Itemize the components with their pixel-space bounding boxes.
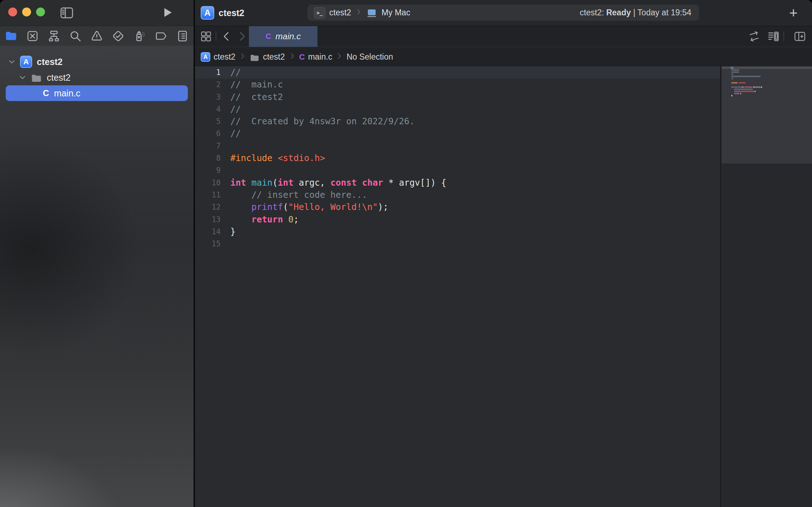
- line-number: 2: [195, 79, 221, 91]
- code-line-2[interactable]: 2// main.c: [195, 79, 720, 91]
- minimize-button[interactable]: [22, 7, 31, 16]
- xcode-project-icon: A: [20, 56, 32, 68]
- project-tree: Actest2ctest2Cmain.c: [0, 46, 194, 101]
- code-line-5[interactable]: 5// Created by 4nsw3r on 2022/9/26.: [195, 115, 720, 127]
- scheme-selector[interactable]: >_ ctest2 My Mac: [314, 5, 410, 21]
- tree-row-ctest2[interactable]: Actest2: [0, 54, 194, 70]
- code-text: // insert code here...: [221, 190, 367, 200]
- split-editor-icon[interactable]: [793, 30, 806, 43]
- line-number: 15: [195, 238, 221, 250]
- minimap-code-bar: [753, 86, 755, 88]
- line-number: 8: [195, 152, 221, 164]
- navigator-tab-project-icon[interactable]: [5, 30, 17, 42]
- code-line-12[interactable]: 12 printf("Hello, World!\n");: [195, 201, 720, 213]
- back-button-icon[interactable]: [221, 30, 233, 42]
- sidebar-divider[interactable]: [194, 0, 195, 507]
- code-line-7[interactable]: 7: [195, 140, 720, 152]
- breadcrumb-separator-icon: [336, 52, 343, 62]
- navigator-tab-symbol-icon[interactable]: [47, 30, 60, 42]
- sidebar-toggle-icon[interactable]: [59, 5, 74, 20]
- line-number: 12: [195, 201, 221, 213]
- navigator-tab-debug-icon[interactable]: [133, 30, 146, 42]
- minimap-code-bar: [731, 82, 738, 84]
- scheme-destination[interactable]: My Mac: [381, 8, 410, 17]
- minimap-current-line-band: [722, 66, 812, 69]
- code-line-8[interactable]: 8#include <stdio.h>: [195, 152, 720, 164]
- breadcrumb-item-no-selection[interactable]: No Selection: [346, 52, 393, 62]
- minimap-code-bar: [738, 86, 741, 88]
- code-line-14[interactable]: 14}: [195, 226, 720, 238]
- minimap-code-bar: [731, 86, 734, 88]
- code-line-3[interactable]: 3// ctest2: [195, 91, 720, 103]
- forward-button-icon[interactable]: [236, 30, 248, 42]
- line-number: 3: [195, 91, 221, 103]
- code-line-13[interactable]: 13 return 0;: [195, 214, 720, 226]
- disclosure-chevron-icon[interactable]: [18, 73, 27, 82]
- tab-overview-icon[interactable]: [200, 30, 212, 42]
- target-icon: >_: [314, 7, 325, 19]
- line-number: 11: [195, 189, 221, 201]
- tab-main-c[interactable]: C main.c: [249, 26, 317, 47]
- code-text: int main(int argc, const char * argv[]) …: [221, 177, 446, 188]
- chevron-separator-icon: [355, 8, 362, 17]
- folder-icon: [250, 53, 260, 61]
- code-review-icon[interactable]: [748, 30, 761, 43]
- breadcrumb-item-ctest2[interactable]: Actest2: [201, 52, 235, 62]
- status-suffix: | Today at 19:54: [631, 8, 691, 17]
- code-line-11[interactable]: 11 // insert code here...: [195, 189, 720, 201]
- minimap-code-bar: [745, 86, 753, 88]
- line-number: 14: [195, 226, 221, 238]
- tree-item-label: main.c: [54, 88, 80, 99]
- minimap-code-bar: [734, 91, 740, 92]
- minimap-code-bar: [755, 91, 756, 92]
- minimap-code-bar: [731, 78, 733, 79]
- navigator-tab-issue-icon[interactable]: [90, 30, 103, 42]
- disclosure-chevron-icon[interactable]: [7, 57, 16, 66]
- code-text: printf("Hello, World!\n");: [221, 202, 389, 212]
- run-button[interactable]: [161, 6, 174, 19]
- code-line-10[interactable]: 10int main(int argc, const char * argv[]…: [195, 177, 720, 189]
- close-button[interactable]: [8, 7, 17, 16]
- status-state: Ready: [606, 8, 631, 17]
- code-line-1[interactable]: 1//: [195, 66, 720, 79]
- code-line-15[interactable]: 15: [195, 238, 720, 250]
- navigator-tab-breakpoint-icon[interactable]: [155, 30, 167, 42]
- breadcrumb-item-main-c[interactable]: Cmain.c: [299, 52, 332, 62]
- minimap[interactable]: [720, 66, 812, 507]
- editor-controls: [741, 26, 806, 47]
- tree-row-main.c[interactable]: Cmain.c: [0, 85, 194, 101]
- minimap-code-bar: [731, 95, 732, 96]
- scheme-target[interactable]: ctest2: [329, 8, 351, 17]
- source-editor[interactable]: 1//2// main.c3// ctest24//5// Created by…: [195, 66, 812, 507]
- navigator-tab-test-icon[interactable]: [112, 30, 125, 42]
- navigator-tab-bar: [0, 26, 194, 46]
- line-number: 9: [195, 164, 221, 176]
- minimap-code-bar: [734, 93, 739, 94]
- line-number: 10: [195, 177, 221, 189]
- editor-options-icon[interactable]: [767, 30, 780, 43]
- minimap-code-bar: [741, 86, 744, 88]
- code-text: return 0;: [221, 214, 299, 225]
- tree-item-label: ctest2: [47, 72, 71, 83]
- code-line-4[interactable]: 4//: [195, 103, 720, 115]
- c-file-icon: C: [43, 88, 49, 98]
- minimap-code-bar: [740, 91, 755, 92]
- minimap-code-bar: [761, 86, 762, 88]
- navigator-tab-source-control-icon[interactable]: [26, 30, 39, 42]
- code-line-9[interactable]: 9: [195, 164, 720, 176]
- my-mac-icon: [366, 8, 377, 18]
- code-text: [221, 239, 230, 249]
- navigator-tab-find-icon[interactable]: [69, 30, 82, 42]
- tree-row-selected[interactable]: Cmain.c: [6, 85, 188, 101]
- breadcrumb-item-ctest2[interactable]: ctest2: [250, 52, 285, 62]
- activity-status[interactable]: ctest2: Ready | Today at 19:54: [580, 5, 691, 21]
- code-text: }: [221, 226, 236, 237]
- code-line-6[interactable]: 6//: [195, 127, 720, 140]
- zoom-button[interactable]: [36, 7, 45, 16]
- code-area: 1//2// main.c3// ctest24//5// Created by…: [195, 66, 720, 250]
- navigator-tab-report-icon[interactable]: [176, 30, 189, 42]
- tree-row-ctest2[interactable]: ctest2: [0, 70, 194, 85]
- library-add-button[interactable]: +: [786, 5, 801, 21]
- code-text: // Created by 4nsw3r on 2022/9/26.: [221, 116, 415, 126]
- minimap-code-bar: [739, 82, 746, 84]
